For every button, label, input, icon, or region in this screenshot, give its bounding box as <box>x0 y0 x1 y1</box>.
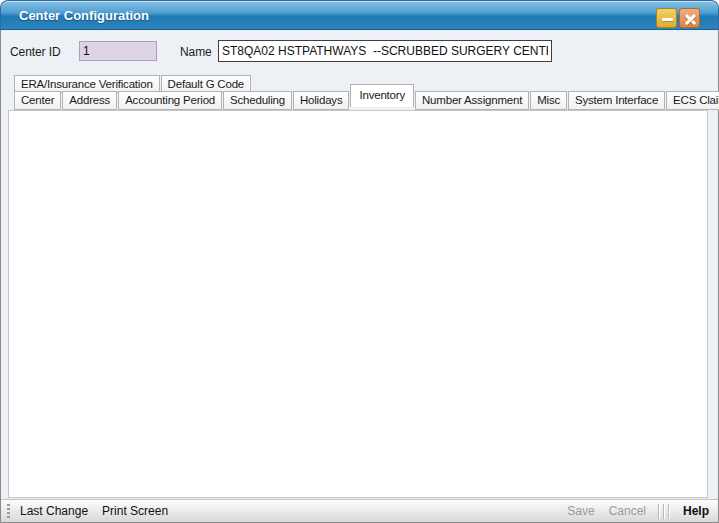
tab-address[interactable]: Address <box>62 91 117 110</box>
statusbar-grip-icon <box>7 504 10 519</box>
center-configuration-window: Center Configuration Center ID Name ERA/… <box>0 0 719 523</box>
tab-accounting-period[interactable]: Accounting Period <box>118 91 222 110</box>
statusbar: Last Change Print Screen Save Cancel Hel… <box>1 499 718 522</box>
statusbar-separator <box>658 504 671 519</box>
titlebar: Center Configuration <box>0 0 719 30</box>
tab-inventory[interactable]: Inventory <box>350 84 414 107</box>
tab-center[interactable]: Center <box>14 91 61 110</box>
tab-holidays[interactable]: Holidays <box>293 91 350 110</box>
save-button[interactable]: Save <box>563 504 598 518</box>
center-id-input[interactable] <box>79 41 157 61</box>
tab-misc[interactable]: Misc <box>530 91 567 110</box>
window-title: Center Configuration <box>19 1 149 30</box>
minimize-icon <box>662 18 673 21</box>
inventory-tab-panel <box>8 110 708 498</box>
help-button[interactable]: Help <box>679 504 713 518</box>
name-input[interactable] <box>218 40 552 62</box>
last-change-button[interactable]: Last Change <box>16 504 92 518</box>
tab-ecs-claim[interactable]: ECS Claim <box>666 91 719 110</box>
tab-scheduling[interactable]: Scheduling <box>223 91 292 110</box>
print-screen-button[interactable]: Print Screen <box>98 504 172 518</box>
tab-number-assignment[interactable]: Number Assignment <box>415 91 529 110</box>
minimize-button[interactable] <box>656 8 677 28</box>
close-button[interactable] <box>679 8 700 28</box>
name-label: Name <box>180 45 212 59</box>
cancel-button[interactable]: Cancel <box>605 504 650 518</box>
tab-row-2: Center Address Accounting Period Schedul… <box>14 91 719 110</box>
center-id-label: Center ID <box>10 45 60 59</box>
tab-system-interface[interactable]: System Interface <box>568 91 665 110</box>
